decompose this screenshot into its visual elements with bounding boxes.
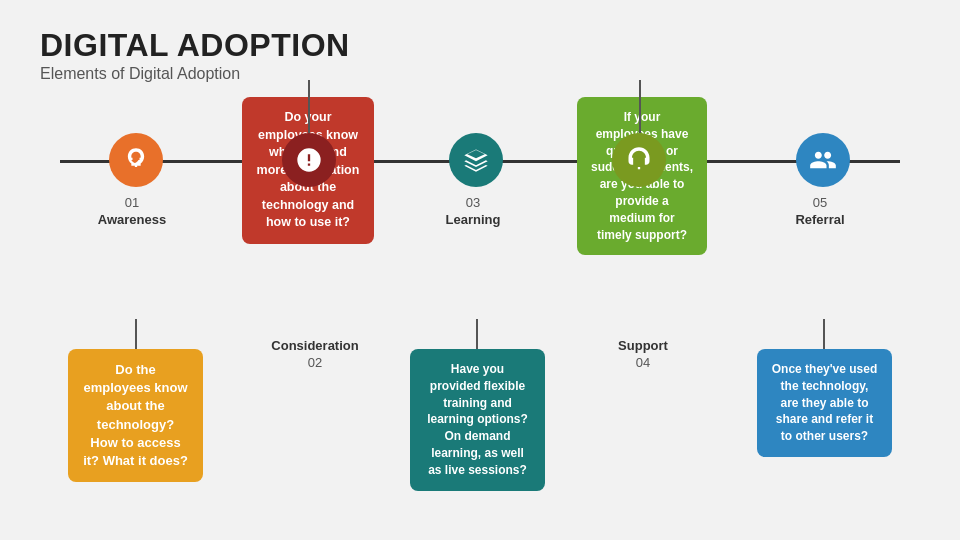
connector-awareness	[135, 319, 137, 349]
circle-learning	[449, 133, 503, 187]
connector-learning	[476, 319, 478, 349]
connector-referral	[823, 319, 825, 349]
circle-referral	[796, 133, 850, 187]
step-label-referral: 05 Referral	[785, 195, 855, 229]
step-label-support: Support 04	[608, 338, 678, 372]
connector-support-up	[639, 80, 641, 133]
subtitle: Elements of Digital Adoption	[40, 65, 920, 83]
circle-support	[612, 133, 666, 187]
step-label-consideration: Consideration 02	[270, 338, 360, 372]
connector-consideration-up	[308, 80, 310, 133]
circle-consideration	[282, 133, 336, 187]
card-learning: Have you provided flexible training and …	[410, 349, 545, 491]
step-label-learning: 03 Learning	[438, 195, 508, 229]
card-referral: Once they've used the technology, are th…	[757, 349, 892, 457]
title: DIGITAL ADOPTION	[40, 28, 920, 63]
step-label-awareness: 01 Awareness	[92, 195, 172, 229]
slide: DIGITAL ADOPTION Elements of Digital Ado…	[0, 0, 960, 540]
card-awareness: Do the employees know about the technolo…	[68, 349, 203, 482]
circle-awareness	[109, 133, 163, 187]
